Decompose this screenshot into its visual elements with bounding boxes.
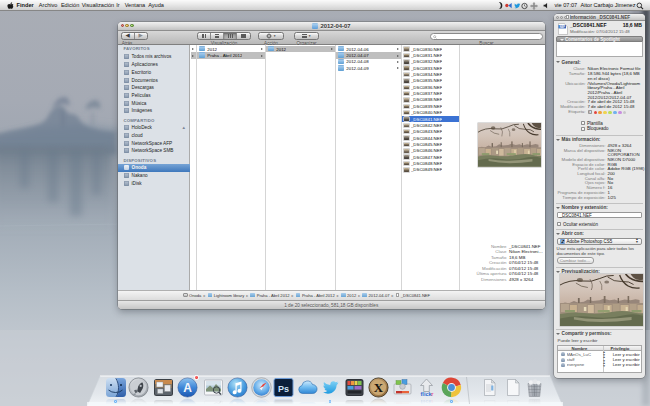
preview-thumbnail[interactable] <box>478 123 542 167</box>
column-header-name[interactable]: Nombre <box>572 346 588 352</box>
apple-icon[interactable] <box>7 2 14 10</box>
file-item[interactable]: 2012-04-09 <box>336 65 401 71</box>
more-info-section-header[interactable]: Más información: <box>556 137 600 142</box>
checkbox-icon[interactable] <box>557 222 561 226</box>
search-input[interactable] <box>430 33 543 40</box>
sidebar-item-nakano[interactable]: Nakano <box>118 172 190 179</box>
dock-scanner-app-icon[interactable] <box>392 377 413 398</box>
gray-fan-icon[interactable] <box>530 2 538 10</box>
volume-icon[interactable] <box>543 2 550 9</box>
label-color-5[interactable] <box>618 111 622 115</box>
path-item[interactable]: Praha - Abril 2012 <box>296 293 335 298</box>
dock-downloads-stack-icon[interactable] <box>502 377 523 398</box>
file-item[interactable]: _DSC0849.NEF <box>402 167 459 173</box>
dock-itunes-icon[interactable] <box>227 377 248 398</box>
sidebar-item-escritorio[interactable]: Escritorio <box>118 69 190 76</box>
label-color-2[interactable] <box>603 111 607 115</box>
menu-ventana[interactable]: Ventana <box>125 0 146 10</box>
change-all-button[interactable]: Cambiar todo… <box>557 257 594 264</box>
name-extension-section-header[interactable]: Nombre y extensión: <box>556 205 608 210</box>
sync-red-blue-icon[interactable] <box>505 2 512 9</box>
dock-chrome-icon[interactable] <box>441 377 462 398</box>
path-item[interactable]: 2012-04-07 <box>362 293 389 298</box>
file-item[interactable]: Praha - Abril 2012 <box>197 52 265 58</box>
column-view-button[interactable] <box>223 33 236 39</box>
list-view-button[interactable] <box>210 33 223 39</box>
dock-safari-icon[interactable] <box>251 377 272 398</box>
dock-app-store-icon[interactable]: A A <box>177 377 198 398</box>
sidebar-item-imágenes[interactable]: Imágenes <box>118 107 190 114</box>
preview-image[interactable] <box>560 274 644 326</box>
dock-photoshop-icon[interactable]: Ps Ps <box>273 377 294 398</box>
sidebar-item-música[interactable]: Música <box>118 100 190 107</box>
sharing-section-header[interactable]: Compartir y permisos: <box>556 331 612 336</box>
sidebar-item-aplicaciones[interactable]: Aplicaciones <box>118 61 190 68</box>
filename-field[interactable]: _DSC0841.NEF <box>557 212 642 219</box>
dock-mission-control-icon[interactable] <box>153 377 174 398</box>
dock-x11-icon[interactable]: X X <box>368 377 389 398</box>
sidebar-item-idisk[interactable]: iDisk <box>118 180 190 187</box>
column-header-privilege[interactable]: Privilegio <box>611 346 630 352</box>
menu-user-name[interactable]: Aitor Carbajo Jimenez <box>581 0 636 10</box>
dock-flickr-uploadr-icon[interactable]: flick r flick r <box>416 377 437 398</box>
sidebar-item-holodeck[interactable]: HoloDeck▲ <box>118 124 190 131</box>
menu-edición[interactable]: Edición <box>61 0 79 10</box>
label-color-6[interactable] <box>623 111 627 115</box>
sidebar-item-networkspace-afp[interactable]: NetworkSpace AFP <box>118 140 190 147</box>
label-color-4[interactable] <box>613 111 617 115</box>
clock-circle-icon[interactable] <box>521 2 528 10</box>
coverflow-view-button[interactable] <box>236 33 249 39</box>
menu-clock[interactable]: vie 07:07 <box>555 0 578 10</box>
open-with-section-header[interactable]: Abrir con: <box>556 231 584 236</box>
general-section-header[interactable]: General: <box>556 60 581 65</box>
checkbox-icon[interactable] <box>581 121 585 125</box>
crescent-moon-icon[interactable] <box>497 2 503 9</box>
info-minimize-button[interactable] <box>560 16 563 19</box>
sidebar-item-documentos[interactable]: Documentos <box>118 77 190 84</box>
menu-archivo[interactable]: Archivo <box>39 0 58 10</box>
dock-final-cut-icon[interactable] <box>344 377 365 398</box>
label-none[interactable]: x <box>588 110 592 114</box>
info-titlebar[interactable]: Información _DSC0841.NEF <box>554 14 646 22</box>
sidebar-item-onoda[interactable]: Onoda <box>118 164 190 171</box>
label-color-0[interactable] <box>594 111 598 115</box>
icon-view-button[interactable] <box>198 33 210 39</box>
sidebar-item-networkspace-smb[interactable]: NetworkSpace SMB <box>118 147 190 154</box>
dock-cloud-app-icon[interactable] <box>297 377 318 398</box>
hide-extension-checkbox[interactable]: Ocultar extensión <box>557 222 598 227</box>
dock-launchpad-icon[interactable] <box>128 377 149 398</box>
sidebar-item-películas[interactable]: Películas <box>118 92 190 99</box>
dock-trash-icon[interactable] <box>524 377 545 398</box>
menu-ayuda[interactable]: Ayuda <box>148 0 164 10</box>
path-item[interactable]: _DSC0841.NEF <box>396 293 430 298</box>
dock-twitter-icon[interactable] <box>320 377 341 398</box>
path-item[interactable]: Onoda <box>183 293 201 298</box>
path-item[interactable]: 2012 <box>341 293 356 298</box>
menu-ir[interactable]: Ir <box>116 0 119 10</box>
label-color-1[interactable] <box>598 111 602 115</box>
checkbox-row[interactable]: Bloqueado <box>581 126 609 131</box>
menu-finder[interactable]: Finder <box>17 0 34 10</box>
file-item[interactable]: 2012 <box>266 46 335 52</box>
spotlight-comments-field[interactable] <box>556 42 644 57</box>
dock-preview-icon[interactable] <box>203 377 224 398</box>
checkbox-icon[interactable] <box>581 127 585 131</box>
path-item[interactable]: Lightroom library <box>208 293 245 298</box>
info-close-button[interactable] <box>556 16 559 19</box>
label-color-3[interactable] <box>608 111 612 115</box>
sidebar-item-todos-mis-archivos[interactable]: Todos mis archivos <box>118 53 190 60</box>
open-with-dropdown[interactable]: PsAdobe Photoshop CS5▲▼ <box>557 238 642 245</box>
arrange-menu-button[interactable]: ▾ <box>294 32 319 40</box>
action-menu-button[interactable]: ▾ <box>258 32 284 40</box>
menu-visualización[interactable]: Visualización <box>82 0 115 10</box>
sidebar-item-cloud[interactable]: cloud <box>118 132 190 139</box>
checkbox-row[interactable]: Plantilla <box>581 121 603 126</box>
finder-titlebar[interactable]: 2012-04-07 <box>118 22 545 31</box>
path-item[interactable]: Praha - Abril 2012 <box>250 293 289 298</box>
dock-finder-icon[interactable] <box>105 377 126 398</box>
spotlight-search-icon[interactable] <box>636 2 644 10</box>
back-button[interactable]: ◀ <box>122 33 134 39</box>
sidebar-item-descargas[interactable]: Descargas <box>118 84 190 91</box>
dock-documents-stack-icon[interactable] <box>478 377 499 398</box>
forward-button[interactable]: ▶ <box>134 33 147 39</box>
